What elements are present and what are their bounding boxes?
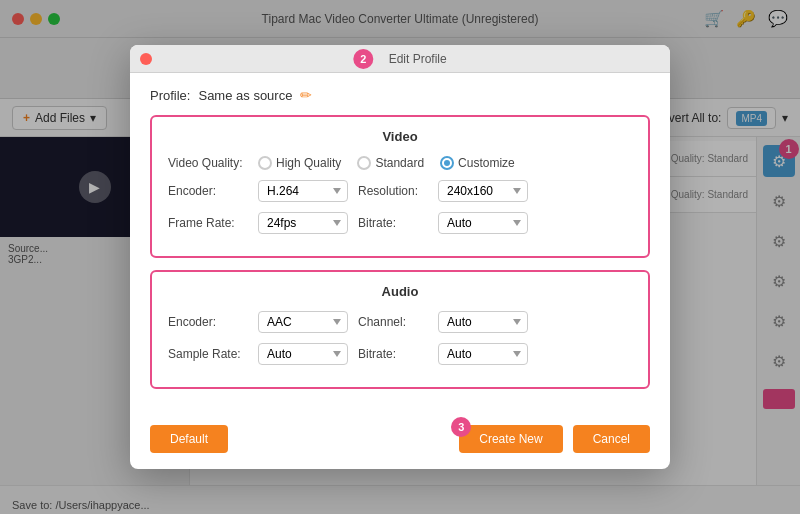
step-2-area: 2 — [353, 49, 377, 69]
radio-customize-circle — [440, 156, 454, 170]
sample-rate-bitrate-row: Sample Rate: Auto Bitrate: Auto — [168, 343, 632, 365]
profile-label: Profile: — [150, 88, 190, 103]
encoder-select[interactable]: H.264 — [258, 180, 348, 202]
audio-encoder-select[interactable]: AAC — [258, 311, 348, 333]
modal-close-button[interactable] — [140, 53, 152, 65]
sample-rate-select[interactable]: Auto — [258, 343, 348, 365]
resolution-select[interactable]: 240x160 — [438, 180, 528, 202]
video-section: Video Video Quality: High Quality Standa… — [150, 115, 650, 258]
bitrate-area: Bitrate: Auto — [358, 212, 632, 234]
audio-section: Audio Encoder: AAC Channel: Auto — [150, 270, 650, 389]
radio-standard[interactable]: Standard — [357, 156, 424, 170]
video-quality-label: Video Quality: — [168, 156, 248, 170]
create-new-button[interactable]: Create New — [459, 425, 562, 453]
framerate-bitrate-row: Frame Rate: 24fps Bitrate: Auto — [168, 212, 632, 234]
audio-bitrate-area: Bitrate: Auto — [358, 343, 632, 365]
profile-row: Profile: Same as source ✏ — [150, 87, 650, 103]
radio-customize[interactable]: Customize — [440, 156, 515, 170]
resolution-label: Resolution: — [358, 184, 428, 198]
cancel-button[interactable]: Cancel — [573, 425, 650, 453]
profile-value: Same as source — [198, 88, 292, 103]
channel-label: Channel: — [358, 315, 428, 329]
video-quality-row: Video Quality: High Quality Standard — [168, 156, 632, 170]
resolution-area: Resolution: 240x160 — [358, 180, 632, 202]
audio-bitrate-select[interactable]: Auto — [438, 343, 528, 365]
encoder-resolution-row: Encoder: H.264 Resolution: 240x160 — [168, 180, 632, 202]
default-button[interactable]: Default — [150, 425, 228, 453]
radio-high-quality-circle — [258, 156, 272, 170]
video-section-title: Video — [168, 129, 632, 144]
modal-footer: Default 3 Create New Cancel — [130, 415, 670, 469]
audio-section-title: Audio — [168, 284, 632, 299]
frame-rate-label: Frame Rate: — [168, 216, 248, 230]
modal-body: Profile: Same as source ✏ Video Video Qu… — [130, 73, 670, 415]
modal-overlay: 2 Edit Profile Profile: Same as source ✏… — [0, 0, 800, 514]
modal-title-bar: 2 Edit Profile — [130, 45, 670, 73]
channel-select[interactable]: Auto — [438, 311, 528, 333]
video-bitrate-select[interactable]: Auto — [438, 212, 528, 234]
audio-encoder-label: Encoder: — [168, 315, 248, 329]
step-3-area: 3 Create New — [459, 425, 562, 453]
sample-rate-label: Sample Rate: — [168, 347, 248, 361]
frame-rate-select[interactable]: 24fps — [258, 212, 348, 234]
quality-options: High Quality Standard Customize — [258, 156, 515, 170]
edit-pencil-icon[interactable]: ✏ — [300, 87, 312, 103]
audio-bitrate-label: Bitrate: — [358, 347, 428, 361]
encoder-label: Encoder: — [168, 184, 248, 198]
edit-profile-modal: 2 Edit Profile Profile: Same as source ✏… — [130, 45, 670, 469]
footer-right: 3 Create New Cancel — [238, 425, 650, 453]
channel-area: Channel: Auto — [358, 311, 632, 333]
radio-high-quality[interactable]: High Quality — [258, 156, 341, 170]
step-badge-2: 2 — [353, 49, 373, 69]
modal-title: 2 Edit Profile — [353, 49, 446, 69]
video-bitrate-label: Bitrate: — [358, 216, 428, 230]
radio-standard-circle — [357, 156, 371, 170]
audio-encoder-channel-row: Encoder: AAC Channel: Auto — [168, 311, 632, 333]
